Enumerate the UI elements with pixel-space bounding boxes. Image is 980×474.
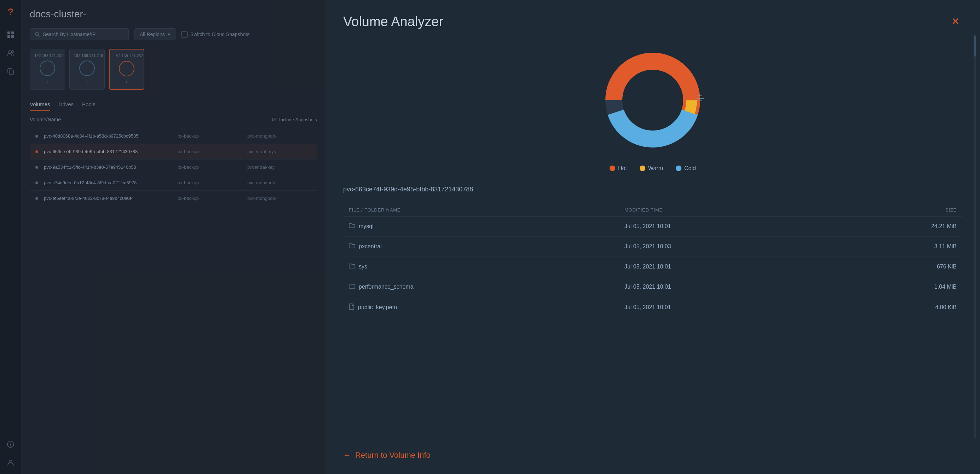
- hot-dot: [609, 165, 615, 171]
- volume-table: pvc-40d8068e-4c84-4f1b-a53d-b9725cbc9585…: [30, 128, 317, 206]
- node-circle: [119, 61, 134, 76]
- search-bar-row: Search By Hostname/IP All Regions ▾ Swit…: [30, 28, 317, 40]
- scrollbar-track[interactable]: [974, 35, 976, 439]
- file-name: sys: [359, 264, 367, 270]
- file-name-cell: public_key.pem: [349, 304, 613, 311]
- legend-hot: Hot: [609, 165, 627, 172]
- scrollbar-thumb[interactable]: [974, 35, 976, 57]
- donut-chart: [596, 43, 710, 157]
- node-ip: 192.168.121.100: [34, 53, 60, 58]
- col-size: SIZE: [829, 204, 963, 216]
- folder-icon: [349, 283, 355, 290]
- close-button[interactable]: ✕: [948, 14, 963, 28]
- file-icon: [349, 304, 355, 311]
- file-table-header: FILE / FOLDER NAME MODIFIED TIME SIZE: [343, 204, 963, 216]
- legend-cold: Cold: [676, 165, 696, 172]
- file-row-pxcentral[interactable]: pxcentral Jul 05, 2021 10:03 3.11 MiB: [343, 237, 963, 257]
- info-icon[interactable]: [5, 439, 16, 450]
- cold-dot: [676, 165, 681, 171]
- file-row-public-key[interactable]: public_key.pem Jul 05, 2021 10:01 4.00 K…: [343, 297, 963, 318]
- file-modified: Jul 05, 2021 10:01: [619, 277, 829, 297]
- node-ip: 192.168.121.215: [74, 53, 100, 58]
- search-input[interactable]: Search By Hostname/IP: [30, 28, 129, 40]
- table-row[interactable]: pvc-ef6eef4a-8f2e-4022-8c78-f4a9b4c0a0f4…: [30, 190, 317, 206]
- file-name-cell: pxcentral: [349, 243, 613, 250]
- svg-point-14: [623, 70, 682, 130]
- warm-dot: [640, 165, 645, 171]
- cold-label: Cold: [684, 165, 696, 172]
- file-size: 4.00 KiB: [829, 297, 963, 318]
- volume-id: pvc-663ce74f-939d-4e95-bfbb-831721430788: [343, 186, 963, 193]
- file-modified: Jul 05, 2021 10:01: [619, 216, 829, 237]
- file-modified: Jul 05, 2021 10:03: [619, 237, 829, 257]
- chart-area: Hot Warm Cold: [343, 43, 963, 172]
- file-table: FILE / FOLDER NAME MODIFIED TIME SIZE my…: [343, 204, 963, 318]
- file-modified: Jul 05, 2021 10:01: [619, 297, 829, 318]
- file-name-cell: mysql: [349, 223, 613, 230]
- region-select[interactable]: All Regions ▾: [134, 28, 175, 40]
- svg-rect-3: [11, 35, 14, 38]
- svg-point-5: [11, 51, 13, 53]
- file-size: 24.21 MiB: [829, 216, 963, 237]
- node-circle: [40, 60, 55, 76]
- file-row-sys[interactable]: sys Jul 05, 2021 10:01 676 KiB: [343, 257, 963, 277]
- file-size: 676 KiB: [829, 257, 963, 277]
- file-name-cell: sys: [349, 263, 613, 270]
- table-row[interactable]: pvc-663ce74f-939d-4e95-bfbb-831721430788…: [30, 144, 317, 159]
- table-row[interactable]: pvc-9a534fc1-5ffc-4414-b3e0-67e945146b53…: [30, 159, 317, 175]
- panel-header: Volume Analyzer ✕: [343, 14, 963, 29]
- file-name-cell: performance_schema: [349, 283, 613, 290]
- file-modified: Jul 05, 2021 10:01: [619, 257, 829, 277]
- col-modified-time: MODIFIED TIME: [619, 204, 829, 216]
- volume-analyzer-panel: Volume Analyzer ✕: [326, 0, 980, 474]
- tabs-row: Volumes Drives Pools: [30, 98, 317, 111]
- main-content: docs-cluster- Search By Hostname/IP All …: [21, 0, 326, 474]
- toggle-checkbox[interactable]: [181, 31, 188, 38]
- tab-drives[interactable]: Drives: [59, 98, 74, 111]
- svg-point-4: [8, 51, 11, 53]
- node-ip: 192.168.121.252: [114, 54, 139, 58]
- table-row[interactable]: pvc-c74d9dec-0a12-48c4-8f9d-ca021fcd5978…: [30, 175, 317, 190]
- file-row-mysql[interactable]: mysql Jul 05, 2021 10:01 24.21 MiB: [343, 216, 963, 237]
- node-card[interactable]: 192.168.121.252 ↑: [109, 49, 144, 90]
- tab-pools[interactable]: Pools: [82, 98, 95, 111]
- svg-rect-0: [8, 32, 10, 34]
- file-name: public_key.pem: [358, 304, 397, 310]
- chart-legend: Hot Warm Cold: [609, 165, 696, 172]
- folder-icon: [349, 263, 355, 270]
- panel-title: Volume Analyzer: [343, 14, 443, 29]
- file-name: pxcentral: [359, 243, 382, 250]
- svg-rect-1: [11, 32, 14, 34]
- grid-icon[interactable]: [5, 29, 16, 40]
- col-file-name: FILE / FOLDER NAME: [343, 204, 619, 216]
- table-row[interactable]: pvc-40d8068e-4c84-4f1b-a53d-b9725cbc9585…: [30, 128, 317, 144]
- left-panel: ?: [0, 0, 326, 474]
- node-card[interactable]: 192.168.121.215 ↑: [69, 49, 105, 90]
- folder-icon: [349, 243, 355, 250]
- return-label: Return to Volume Info: [355, 451, 431, 460]
- cloud-snapshot-toggle[interactable]: Switch to Cloud Snapshots: [181, 31, 250, 38]
- return-to-volume-info-button[interactable]: ← Return to Volume Info: [343, 440, 963, 460]
- svg-rect-2: [8, 35, 10, 38]
- tab-volumes[interactable]: Volumes: [30, 98, 50, 111]
- legend-warm: Warm: [640, 165, 663, 172]
- file-name: performance_schema: [359, 284, 414, 290]
- volume-name-col: Volume/Name: [30, 117, 61, 122]
- donut-svg: [596, 43, 710, 157]
- svg-rect-6: [9, 70, 13, 74]
- file-size: 3.11 MiB: [829, 237, 963, 257]
- sidebar: ?: [0, 0, 21, 474]
- folder-icon: [349, 223, 355, 230]
- file-row-performance-schema[interactable]: performance_schema Jul 05, 2021 10:01 1.…: [343, 277, 963, 297]
- copy-icon[interactable]: [5, 66, 16, 77]
- file-size: 1.04 MiB: [829, 277, 963, 297]
- node-card[interactable]: 192.168.121.100 ↑: [30, 49, 65, 90]
- include-snapshots-checkbox[interactable]: ☑: [272, 117, 276, 122]
- node-cards: 192.168.121.100 ↑ 192.168.121.215 ↑ 192.…: [30, 49, 317, 90]
- file-name: mysql: [359, 223, 374, 229]
- users-icon[interactable]: [5, 48, 16, 59]
- profile-icon[interactable]: [5, 457, 16, 468]
- app-logo: ?: [4, 6, 17, 18]
- filter-row: Volume/Name ☑ Include Snapshots: [30, 117, 317, 122]
- warm-label: Warm: [648, 165, 663, 172]
